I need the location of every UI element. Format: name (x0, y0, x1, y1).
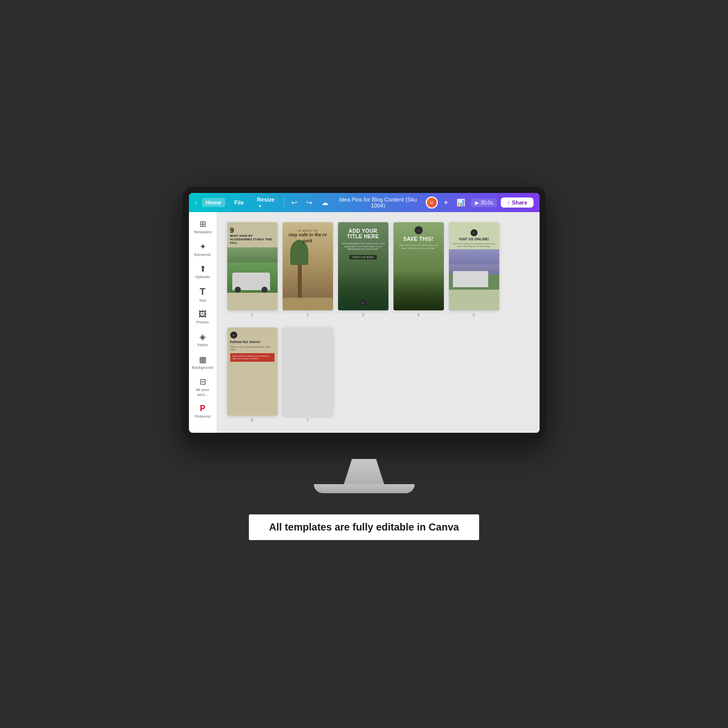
slide-3-bg: ADD YOUR TITLE HERE YOUR PARAGRAPH TEXT … (338, 222, 388, 310)
slide-5-body: Click on this canvas to come back to lea… (452, 242, 496, 247)
slide-4[interactable]: L SAVE THIS! Click on this pin to come b… (393, 222, 444, 310)
slide-4-wrapper: L SAVE THIS! Click on this pin to come b… (393, 222, 444, 317)
styles-label: Styles (197, 343, 208, 348)
sidebar: ⊞ Templates ✦ Elements ⬆ Uploads T Text (189, 212, 217, 433)
file-nav-btn[interactable]: File (230, 198, 248, 207)
share-button[interactable]: ↑ Share (501, 197, 533, 208)
styles-icon: ◈ (200, 332, 206, 342)
play-icon: ▶ (475, 200, 479, 206)
slide-2-image: 10 WAYS TO stay safe in the rv park (283, 222, 333, 310)
uploads-label: Uploads (195, 275, 210, 280)
slide-3[interactable]: ADD YOUR TITLE HERE YOUR PARAGRAPH TEXT … (338, 222, 388, 310)
resize-nav-btn[interactable]: Resize ▼ (253, 195, 279, 210)
screen: ‹ Home File Resize ▼ ↩ ↪ ☁ Idea Pins for… (189, 193, 540, 433)
slide-5[interactable]: L VISIT US ONLINE! Click on this canvas … (449, 222, 499, 310)
slide-6-number: 6 (251, 418, 253, 423)
slide-2[interactable]: 10 WAYS TO stay safe in the rv park (283, 222, 333, 310)
home-nav-btn[interactable]: Home (202, 198, 226, 207)
slide-3-wrapper: ADD YOUR TITLE HERE YOUR PARAGRAPH TEXT … (338, 222, 388, 317)
timer-btn[interactable]: ▶ 30.0s (471, 198, 497, 207)
slide-6-wrapper: ● follow for more! Follow me here on Pin… (227, 327, 278, 423)
slide-1[interactable]: 9 must have RV ACCESSORIES TO BUY THIS F… (227, 222, 278, 310)
sidebar-item-elements[interactable]: ✦ Elements (190, 239, 215, 260)
photos-icon: 🖼 (198, 310, 207, 319)
stand-neck (344, 459, 384, 484)
toolbar-left: ‹ Home File Resize ▼ ↩ ↪ ☁ (195, 195, 330, 210)
slide-7[interactable] (283, 327, 333, 416)
sidebar-item-background[interactable]: ▦ Background (190, 352, 215, 373)
slide-5-top: L VISIT US ONLINE! Click on this canvas … (449, 222, 499, 249)
rv-wheel-left (235, 287, 241, 293)
slide-6-body: Follow me here on Pinterest for Stacks o… (230, 346, 275, 351)
bottom-banner: All templates are fully editable in Canv… (248, 513, 480, 541)
monitor-stand (183, 459, 546, 493)
slide-6-badge: ● (230, 332, 237, 339)
slides-row-2: ● follow for more! Follow me here on Pin… (227, 327, 530, 423)
main-content: ⊞ Templates ✦ Elements ⬆ Uploads T Text (189, 212, 540, 433)
slide-4-bg: L SAVE THIS! Click on this pin to come b… (393, 222, 444, 310)
slide-1-number: 1 (251, 312, 253, 317)
undo-icon[interactable]: ↩ (289, 197, 299, 208)
cloud-save-icon[interactable]: ☁ (319, 197, 330, 208)
sidebar-item-uploads[interactable]: ⬆ Uploads (190, 261, 215, 283)
scene: ‹ Home File Resize ▼ ↩ ↪ ☁ Idea Pins for… (183, 187, 546, 541)
timer-value: 30.0s (481, 200, 493, 206)
slide-1-top: 9 must have RV ACCESSORIES TO BUY THIS F… (227, 222, 278, 247)
redo-icon[interactable]: ↪ (304, 197, 314, 208)
slide-7-wrapper: 7 (283, 327, 333, 423)
all-designs-label: All your desi... (192, 387, 213, 397)
background-icon: ▦ (199, 355, 207, 364)
templates-icon: ⊞ (200, 219, 206, 229)
slide-1-num: 9 (230, 226, 275, 234)
sidebar-item-styles[interactable]: ◈ Styles (190, 329, 215, 351)
slide-6[interactable]: ● follow for more! Follow me here on Pin… (227, 327, 278, 416)
slide-6-title: follow for more! (230, 340, 275, 345)
slide-5-number: 5 (473, 312, 475, 317)
sidebar-item-templates[interactable]: ⊞ Templates (190, 216, 215, 238)
back-icon[interactable]: ‹ (195, 199, 197, 206)
stand-base (314, 484, 415, 493)
pinterest-label: Pinterest (194, 414, 211, 419)
slide-1-title: must have RV ACCESSORIES TO BUY THIS FAL… (230, 234, 275, 245)
uploads-icon: ⬆ (200, 264, 206, 274)
slide-1-wrapper: 9 must have RV ACCESSORIES TO BUY THIS F… (227, 222, 278, 317)
slide-2-wrapper: 10 WAYS TO stay safe in the rv park 2 (283, 222, 333, 317)
toolbar-right: U + 📊 ▶ 30.0s ↑ Share (426, 196, 534, 209)
sidebar-item-text[interactable]: T Text (190, 284, 215, 306)
slide-1-image (227, 247, 278, 293)
slide-3-title: ADD YOUR TITLE HERE (341, 228, 385, 239)
slide-3-logo: L (360, 299, 367, 306)
pinterest-icon: P (200, 404, 206, 413)
slide-5-rv (453, 271, 488, 287)
bottom-banner-text: All templates are fully editable in Canv… (269, 521, 459, 533)
slide-5-wrapper: L VISIT US ONLINE! Click on this canvas … (449, 222, 499, 317)
elements-label: Elements (194, 252, 211, 257)
stats-icon[interactable]: 📊 (454, 197, 467, 208)
slide-4-title: SAVE THIS! (403, 236, 433, 242)
slides-row-1: 9 must have RV ACCESSORIES TO BUY THIS F… (227, 222, 530, 317)
slide-3-btn: SWIPE FOR MORE (349, 255, 377, 259)
toolbar: ‹ Home File Resize ▼ ↩ ↪ ☁ Idea Pins for… (189, 193, 540, 212)
avatar-group: U (426, 196, 438, 209)
canvas-area: 9 must have RV ACCESSORIES TO BUY THIS F… (217, 212, 540, 433)
toolbar-title: Idea Pins for Blog Content (Sku 1004) (335, 196, 422, 209)
slide-2-overlay: 10 WAYS TO stay safe in the rv park (283, 227, 333, 246)
slide-6-top: ● follow for more! Follow me here on Pin… (227, 327, 278, 366)
rv-wheel-right (261, 287, 268, 293)
slide-2-number: 2 (306, 312, 309, 317)
add-icon[interactable]: + (442, 197, 450, 208)
toolbar-divider-1 (284, 198, 284, 207)
slide-2-title: stay safe in the rv park (285, 232, 331, 244)
sidebar-item-photos[interactable]: 🖼 Photos (190, 307, 215, 328)
monitor: ‹ Home File Resize ▼ ↩ ↪ ☁ Idea Pins for… (183, 187, 546, 439)
sidebar-item-pinterest[interactable]: P Pinterest (190, 401, 215, 422)
all-designs-icon: ⊟ (200, 377, 206, 386)
slide-3-body: YOUR PARAGRAPH TEXT GOES HERE. YOUR PARA… (341, 242, 385, 251)
sidebar-item-all-designs[interactable]: ⊟ All your desi... (190, 374, 215, 400)
text-label: Text (199, 298, 207, 303)
share-icon: ↑ (507, 200, 510, 206)
slide-5-title: VISIT US ONLINE! (452, 237, 496, 241)
photos-label: Photos (196, 320, 209, 325)
user-avatar: U (426, 196, 438, 209)
slide-4-number: 4 (417, 312, 420, 317)
